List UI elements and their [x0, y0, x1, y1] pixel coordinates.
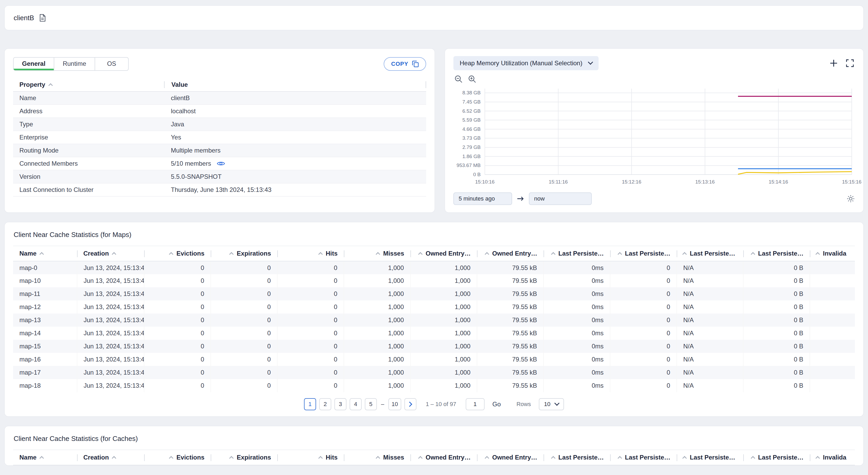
client-header-card: clientB	[4, 5, 864, 30]
page-button-5[interactable]: 5	[365, 398, 377, 410]
table-cell: 0	[277, 274, 344, 287]
svg-text:15:10:16: 15:10:16	[475, 179, 495, 184]
document-icon[interactable]	[39, 14, 46, 22]
time-to-input[interactable]	[529, 192, 592, 205]
column-header[interactable]: Owned Entry…	[477, 450, 544, 465]
rows-per-page-value: 10	[544, 401, 550, 408]
column-header[interactable]: Creation	[77, 450, 144, 465]
column-header[interactable]: Expirations	[211, 450, 277, 465]
table-cell: 1,000	[344, 300, 410, 314]
column-header[interactable]: Last Persiste…	[544, 450, 610, 465]
page-button-2[interactable]: 2	[319, 398, 331, 410]
fullscreen-icon[interactable]	[846, 59, 854, 67]
svg-text:2.79 GB: 2.79 GB	[462, 144, 480, 150]
column-header[interactable]: Last Persiste…	[677, 246, 743, 261]
svg-text:5.59 GB: 5.59 GB	[462, 117, 480, 123]
table-cell: 0ms	[544, 366, 610, 379]
go-button[interactable]: Go	[492, 400, 501, 408]
column-header[interactable]: Expirations	[211, 246, 277, 261]
column-header[interactable]: Evictions	[144, 450, 211, 465]
table-cell: 0 B	[743, 379, 810, 392]
table-cell	[810, 261, 855, 274]
page-button-10[interactable]: 10	[389, 398, 401, 410]
column-divider[interactable]	[426, 81, 426, 88]
table-cell: 1,000	[410, 353, 477, 366]
table-cell: 0ms	[544, 274, 610, 287]
page-button-4[interactable]: 4	[350, 398, 362, 410]
column-header-label: Creation	[83, 250, 109, 257]
column-header-label: Last Persiste…	[758, 454, 804, 461]
column-header[interactable]: Owned Entry…	[410, 246, 477, 261]
page-button-3[interactable]: 3	[334, 398, 346, 410]
column-header[interactable]: Hits	[277, 450, 344, 465]
next-page-button[interactable]	[404, 398, 416, 410]
add-chart-icon[interactable]	[830, 59, 838, 67]
zoom-in-icon[interactable]	[468, 75, 476, 83]
table-cell: 79.55 kB	[477, 353, 544, 366]
column-header[interactable]: Hits	[277, 246, 344, 261]
table-cell: 0	[144, 261, 211, 274]
rows-per-page-select[interactable]: 10	[539, 398, 564, 410]
column-header[interactable]: Last Persiste…	[610, 246, 677, 261]
heap-chart-svg: 15:10:1615:11:1615:12:1615:13:1615:14:16…	[454, 84, 855, 187]
table-cell: 1,000	[344, 261, 410, 274]
tab-runtime[interactable]: Runtime	[54, 58, 94, 70]
svg-text:1.86 GB: 1.86 GB	[462, 154, 480, 159]
tab-general[interactable]: General	[13, 58, 54, 70]
table-row: map-10Jun 13, 2024, 15:13:440001,0001,00…	[13, 274, 855, 287]
tab-os[interactable]: OS	[95, 58, 128, 70]
column-header[interactable]: Last Persiste…	[610, 450, 677, 465]
column-header[interactable]: Last Persiste…	[677, 450, 743, 465]
property-row: Version5.5.0-SNAPSHOT	[13, 170, 426, 183]
column-header-label: Expirations	[237, 454, 271, 461]
table-cell: 0	[144, 287, 211, 300]
column-header-label: Last Persiste…	[625, 454, 671, 461]
client-detail-page: clientB General Runtime OS COPY	[0, 0, 868, 475]
table-cell: 0	[211, 340, 277, 353]
property-name: Last Connection to Cluster	[13, 186, 164, 194]
chevron-down-icon	[554, 400, 560, 406]
column-header[interactable]: Misses	[344, 450, 410, 465]
zoom-out-icon[interactable]	[455, 75, 463, 83]
table-cell: 0	[277, 314, 344, 327]
table-cell: 79.55 kB	[477, 261, 544, 274]
property-name: Enterprise	[13, 134, 164, 141]
column-header[interactable]: Owned Entry…	[477, 246, 544, 261]
column-header-label: Hits	[326, 454, 338, 461]
metric-select[interactable]: Heap Memory Utilization (Manual Selectio…	[454, 56, 598, 70]
view-connected-members-eye-icon[interactable]	[217, 161, 225, 167]
caches-stats-table: NameCreationEvictionsExpirationsHitsMiss…	[13, 450, 855, 465]
table-cell: 0	[277, 353, 344, 366]
time-from-input[interactable]	[454, 192, 512, 205]
column-header[interactable]: Name	[13, 450, 77, 465]
table-cell	[810, 287, 855, 300]
heap-memory-chart: 15:10:1615:11:1615:12:1615:13:1615:14:16…	[454, 84, 855, 187]
property-value: Thursday, June 13th 2024, 15:13:43	[164, 186, 426, 194]
value-column-header: Value	[164, 81, 426, 88]
column-header[interactable]: Last Persiste…	[544, 246, 610, 261]
column-header[interactable]: Evictions	[144, 246, 211, 261]
column-header[interactable]: Invalida	[810, 450, 855, 465]
column-header[interactable]: Owned Entry…	[410, 450, 477, 465]
table-row: map-0Jun 13, 2024, 15:13:430001,0001,000…	[13, 261, 855, 274]
goto-page-input[interactable]	[466, 398, 485, 410]
table-cell: 1,000	[410, 340, 477, 353]
copy-button[interactable]: COPY	[384, 57, 426, 71]
page-button-1[interactable]: 1	[304, 398, 316, 410]
table-cell: 0	[277, 379, 344, 392]
property-column-header[interactable]: Property	[13, 81, 164, 88]
chart-settings-gear-icon[interactable]	[846, 195, 855, 203]
table-cell: map-14	[13, 327, 77, 340]
column-header[interactable]: Misses	[344, 246, 410, 261]
chevron-right-icon	[407, 402, 412, 407]
column-header[interactable]: Name	[13, 246, 77, 261]
column-header[interactable]: Last Persiste…	[743, 450, 810, 465]
sort-caret-icon	[815, 252, 820, 257]
column-header-label: Hits	[326, 250, 338, 257]
table-cell: 0	[144, 366, 211, 379]
column-header[interactable]: Creation	[77, 246, 144, 261]
column-header[interactable]: Invalida	[810, 246, 855, 261]
sort-caret-icon	[418, 456, 423, 461]
table-cell: 1,000	[344, 314, 410, 327]
column-header[interactable]: Last Persiste…	[743, 246, 810, 261]
